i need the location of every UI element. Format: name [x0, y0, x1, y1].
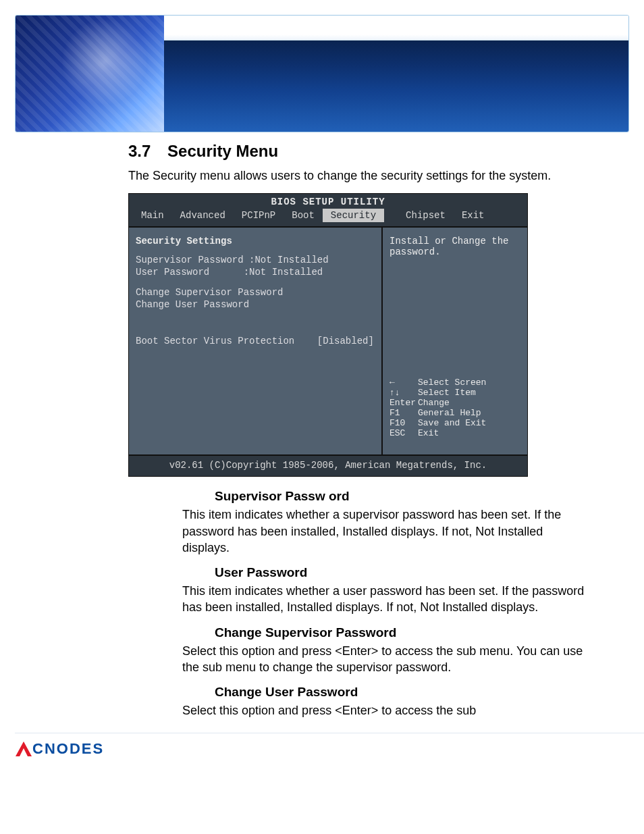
bios-help-text: Install or Change the password. — [390, 236, 522, 257]
banner-stripe-white — [164, 16, 628, 41]
bios-row-supervisor: Supervisor Password :Not Installed — [136, 255, 375, 265]
bios-tab-security[interactable]: Security — [323, 209, 384, 222]
item-title: Change Supervisor Password — [215, 625, 590, 640]
item-change-user-password: Change User Password Select this option … — [182, 685, 590, 719]
item-user-password: User Password This item indicates whethe… — [182, 565, 590, 616]
bios-screenshot: BIOS SETUP UTILITY Main Advanced PCIPnP … — [128, 193, 528, 477]
item-body: This item indicates whether a supervisor… — [182, 506, 590, 556]
bios-key-row: ESCExit — [390, 428, 522, 438]
bios-key-help: ←Select Screen ↑↓Select Item EnterChange… — [390, 377, 522, 438]
bios-row-user: User Password :Not Installed — [136, 267, 375, 278]
bios-tab-advanced[interactable]: Advanced — [172, 209, 234, 222]
bios-row-value: :Not Installed — [249, 255, 329, 265]
bios-row-label: User Password — [136, 267, 209, 278]
banner-graphic-left — [16, 16, 164, 132]
bios-action-change-user[interactable]: Change User Password — [136, 299, 375, 310]
bios-right-pane: Install or Change the password. ←Select … — [383, 228, 527, 454]
bios-row-value: :Not Installed — [244, 267, 323, 278]
item-supervisor-password: Supervisor Passw ord This item indicates… — [182, 489, 590, 556]
bios-pane-heading: Security Settings — [136, 236, 375, 246]
bios-row-label: Supervisor Password — [136, 255, 244, 265]
bios-copyright: v02.61 (C)Copyright 1985-2006, American … — [129, 454, 527, 476]
brand-logo: CNODES — [15, 740, 104, 758]
bios-tab-boot[interactable]: Boot — [284, 209, 323, 222]
bios-tab-pcipnp[interactable]: PCIPnP — [234, 209, 284, 222]
footer: CNODES — [15, 733, 644, 759]
section-heading: 3.7 Security Menu — [128, 142, 603, 161]
bios-option-label: Boot Sector Virus Protection — [136, 336, 294, 346]
bios-body: Security Settings Supervisor Password :N… — [129, 226, 527, 454]
description-items: Supervisor Passw ord This item indicates… — [182, 489, 590, 719]
brand-a-mark-icon — [15, 741, 32, 756]
bios-tab-main[interactable]: Main — [133, 209, 172, 222]
bios-key-row: ↑↓Select Item — [390, 388, 522, 398]
bios-tab-exit[interactable]: Exit — [454, 209, 493, 222]
bios-key-row: ←Select Screen — [390, 377, 522, 388]
bios-tabs: Main Advanced PCIPnP Boot Security Chips… — [129, 209, 527, 226]
bios-key-row: F1General Help — [390, 408, 522, 418]
section-intro: The Security menu allows users to change… — [128, 167, 603, 184]
bios-title: BIOS SETUP UTILITY — [129, 194, 527, 209]
item-change-supervisor-password: Change Supervisor Password Select this o… — [182, 625, 590, 676]
item-body: Select this option and press <Enter> to … — [182, 702, 590, 719]
bios-action-change-supervisor[interactable]: Change Supervisor Password — [136, 287, 375, 298]
item-body: This item indicates whether a user passw… — [182, 583, 590, 616]
section-title: Security Menu — [167, 142, 278, 160]
section-number: 3.7 — [128, 142, 151, 160]
bios-option-value: [Disabled] — [317, 336, 374, 346]
item-body: Select this option and press <Enter> to … — [182, 643, 590, 676]
bios-key-row: EnterChange — [390, 398, 522, 408]
bios-left-pane: Security Settings Supervisor Password :N… — [129, 228, 383, 454]
banner-stripe-blue — [164, 41, 628, 132]
banner-graphic-right — [164, 16, 628, 132]
banner-image — [15, 15, 629, 132]
item-title: Change User Password — [215, 685, 590, 700]
item-title: Supervisor Passw ord — [215, 489, 590, 504]
bios-key-row: F10Save and Exit — [390, 418, 522, 428]
bios-option-boot-sector[interactable]: Boot Sector Virus Protection [Disabled] — [136, 336, 375, 346]
bios-actions: Change Supervisor Password Change User P… — [136, 287, 375, 310]
item-title: User Password — [215, 565, 590, 580]
brand-text: CNODES — [32, 740, 104, 758]
bios-tab-chipset[interactable]: Chipset — [398, 209, 454, 222]
